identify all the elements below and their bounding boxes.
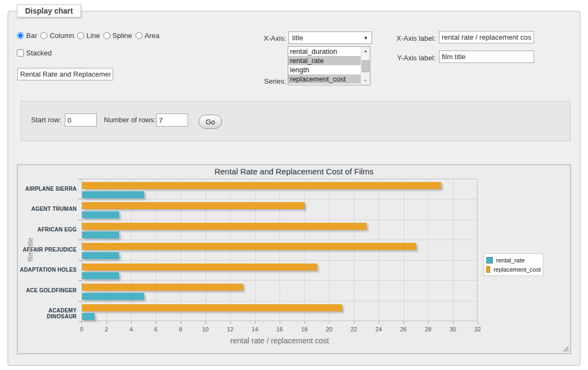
start-row-input[interactable]	[65, 114, 97, 127]
chart-type-option-area: Area	[135, 32, 159, 40]
x-tick-label: 32	[474, 326, 481, 333]
x-axis-tick-mark	[379, 321, 379, 324]
x-tick-label: 8	[179, 326, 182, 333]
x-axis-tick-mark	[404, 321, 404, 324]
chart-container: Rental Rate and Replacement Cost of Film…	[17, 164, 571, 354]
series-option-rental_rate[interactable]: rental_rate	[288, 56, 361, 65]
x-axis-tick-mark	[305, 321, 305, 324]
chart-type-radio-group: BarColumnLineSplineArea	[17, 32, 163, 40]
display-chart-panel: Display chart BarColumnLineSplineArea St…	[8, 11, 580, 366]
x-axis-title: rental rate / replacement cost	[82, 336, 478, 345]
chart-type-radio-label: Bar	[26, 32, 37, 40]
x-tick-label: 28	[425, 326, 431, 333]
chart-type-option-line: Line	[77, 32, 100, 40]
series-listbox[interactable]: rental_durationrental_ratelengthreplacem…	[288, 46, 370, 85]
x-axis-tick-mark	[181, 321, 181, 324]
x-tick-label: 10	[202, 326, 208, 333]
category-label: ACADEMY DINOSAUR	[18, 308, 77, 319]
y-axis-tick-mark	[78, 220, 82, 220]
stacked-row: Stacked	[17, 49, 52, 57]
y-axis-label-input[interactable]	[439, 51, 534, 63]
x-axis-label-caption: X-Axis label:	[376, 34, 436, 42]
gridline-h	[82, 199, 478, 199]
x-tick-label: 18	[301, 326, 307, 333]
x-axis-tick-mark	[428, 321, 429, 324]
x-axis-tick-mark	[82, 321, 82, 324]
y-axis-tick-mark	[78, 199, 82, 199]
series-option-rental_duration[interactable]: rental_duration	[288, 47, 361, 56]
category-label: ADAPTATION HOLES	[18, 267, 77, 273]
series-options: rental_durationrental_ratelengthreplacem…	[288, 47, 361, 85]
x-tick-label: 2	[104, 326, 108, 333]
x-axis-tick-mark	[453, 321, 454, 324]
chart-type-radio-line[interactable]	[77, 32, 84, 39]
num-rows-input[interactable]	[156, 114, 188, 127]
category-label: AIRPLANE SIERRA	[18, 186, 77, 192]
listbox-scrollbar[interactable]: ▲ ▼	[361, 47, 370, 85]
chart-type-option-spline: Spline	[103, 32, 132, 40]
x-axis-tick-mark	[329, 321, 330, 324]
x-tick-label: 26	[400, 326, 406, 333]
bar-replacement_cost	[82, 264, 317, 271]
bar-rental_rate	[82, 211, 119, 218]
scroll-up-icon[interactable]: ▲	[361, 47, 370, 55]
stacked-checkbox[interactable]	[17, 49, 24, 57]
category-label: AFRICAN EGG	[18, 227, 77, 233]
bar-replacement_cost	[82, 223, 367, 230]
chart-title-input[interactable]	[17, 68, 113, 80]
x-tick-label: 30	[449, 326, 456, 333]
x-axis-tick-mark	[354, 321, 355, 324]
x-tick-label: 6	[154, 326, 157, 333]
bar-rental_rate	[82, 272, 119, 279]
gridline-h	[82, 260, 478, 261]
stacked-label: Stacked	[17, 49, 52, 57]
gridline-h	[82, 220, 478, 220]
x-tick-label: 0	[80, 326, 83, 333]
x-axis-tick-mark	[156, 321, 157, 324]
chart-type-option-column: Column	[40, 32, 74, 40]
x-axis-tick-mark	[107, 321, 107, 324]
x-tick-label: 12	[227, 326, 233, 333]
y-axis-label-caption: Y-Axis label:	[376, 54, 436, 62]
chart-type-radio-column[interactable]	[40, 32, 47, 39]
bar-rental_rate	[82, 252, 119, 259]
x-tick-label: 22	[350, 326, 357, 333]
chart-type-option-bar: Bar	[17, 32, 37, 40]
gridline-h	[82, 301, 478, 302]
x-axis-tick-mark	[206, 321, 206, 324]
x-tick-label: 14	[251, 326, 258, 333]
chart-type-radio-spline[interactable]	[103, 32, 110, 39]
row-controls-box: Start row: Number of rows: Go	[21, 101, 571, 141]
series-option-length[interactable]: length	[288, 65, 361, 74]
chart-legend: rental_ratereplacement_cost	[484, 253, 543, 276]
x-axis-tick-mark	[280, 321, 280, 324]
go-button[interactable]: Go	[199, 115, 222, 129]
chart-type-radio-label: Area	[145, 32, 159, 40]
scrollbar-thumb[interactable]	[362, 60, 369, 72]
x-axis-select[interactable]: title ▼	[288, 32, 372, 44]
bar-replacement_cost	[82, 284, 243, 291]
x-axis-selected-value: title	[292, 34, 303, 42]
bar-replacement_cost	[82, 202, 305, 209]
legend-swatch	[486, 266, 490, 273]
y-axis-tick-mark	[78, 179, 82, 179]
start-row-label: Start row:	[31, 116, 61, 124]
bar-rental_rate	[82, 313, 95, 320]
chart-type-radio-bar[interactable]	[17, 32, 24, 39]
x-tick-label: 4	[129, 326, 133, 333]
bar-rental_rate	[82, 231, 119, 239]
resize-grip-icon[interactable]	[563, 346, 568, 352]
chart-title: Rental Rate and Replacement Cost of Film…	[18, 167, 570, 176]
category-label: ACE GOLDFINGER	[18, 287, 77, 293]
scroll-down-icon[interactable]: ▼	[361, 77, 370, 85]
x-axis-label-input[interactable]	[439, 31, 534, 43]
y-axis-tick-mark	[78, 240, 82, 240]
gridline-v	[428, 179, 429, 321]
x-axis-tick-mark	[478, 321, 478, 324]
legend-label: rental_rate	[496, 257, 525, 264]
chart-type-radio-area[interactable]	[135, 32, 143, 39]
y-axis-tick-mark	[78, 260, 82, 261]
series-option-replacement_cost[interactable]: replacement_cost	[288, 74, 361, 84]
bar-replacement_cost	[82, 304, 342, 311]
bar-replacement_cost	[82, 243, 416, 250]
